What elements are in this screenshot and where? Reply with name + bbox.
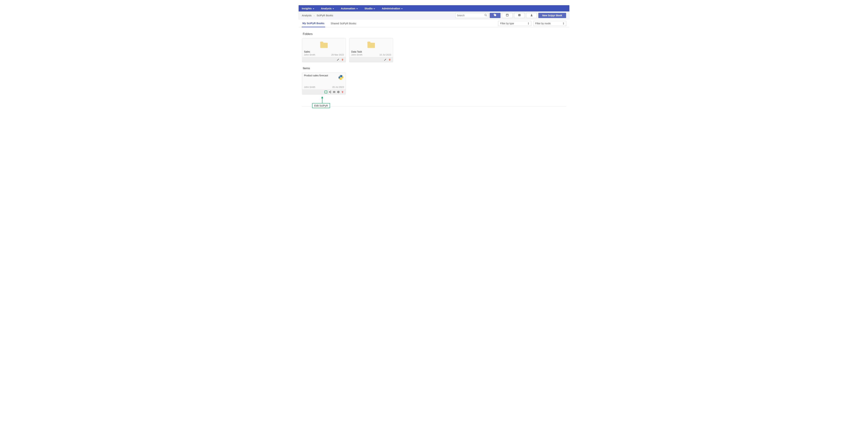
filter-by-mode[interactable]: Filter by mode ▲▼: [533, 21, 566, 26]
nav-studio[interactable]: Studio: [365, 7, 378, 10]
filter-label: Filter by mode: [535, 22, 551, 25]
item-date: 26 Jul 2023: [332, 86, 344, 88]
tabs-row: My SciPyR Books Shared SciPyR Books Filt…: [299, 20, 569, 27]
svg-line-1: [486, 15, 487, 16]
panel-icon: [506, 14, 509, 17]
plus-icon: [518, 14, 521, 17]
folder-icon: [319, 46, 329, 49]
search-icon: [484, 14, 487, 17]
folder-date: 10 Jul 2023: [379, 54, 391, 56]
svg-point-2: [494, 14, 495, 15]
add-button[interactable]: [514, 13, 525, 18]
nav-label: Automation: [341, 7, 355, 10]
item-card[interactable]: Product sales forecast John Smith 2: [302, 72, 346, 94]
panel-button[interactable]: [502, 13, 513, 18]
pencil-icon[interactable]: [337, 58, 339, 61]
folder-icon: [367, 46, 376, 49]
trash-icon[interactable]: [389, 58, 391, 61]
caret-down-icon: [401, 7, 403, 10]
annotation-arrow: [321, 97, 323, 103]
folder-card[interactable]: Data Task John Smith 10 Jul 2023: [349, 38, 393, 62]
sort-icon: ▲▼: [528, 22, 529, 25]
tab-my-books[interactable]: My SciPyR Books: [302, 20, 325, 27]
download-button[interactable]: [526, 13, 537, 18]
trash-icon[interactable]: [341, 58, 344, 61]
trash-icon[interactable]: [341, 91, 344, 93]
svg-rect-3: [506, 14, 508, 16]
breadcrumb: Analysis › SciPyR Books: [302, 14, 333, 17]
search-input[interactable]: [456, 14, 484, 17]
folder-name: Sales: [304, 50, 344, 53]
caret-down-icon: [373, 7, 375, 10]
svg-point-0: [485, 14, 486, 15]
new-scipyr-book-button[interactable]: New Scipyr Book: [538, 13, 566, 18]
folder-date: 29 Mar 2022: [331, 54, 344, 56]
breadcrumb-current: SciPyR Books: [317, 14, 333, 17]
svg-point-7: [341, 79, 342, 79]
archive-download-icon[interactable]: [333, 91, 336, 93]
tag-icon: [494, 13, 497, 17]
folder-owner: John Smith: [351, 54, 363, 56]
caret-down-icon: [333, 7, 334, 10]
nav-label: Insights: [302, 7, 312, 10]
share-icon[interactable]: [329, 91, 332, 93]
caret-down-icon: [356, 7, 358, 10]
annotation-label: Edit SciPyR: [312, 103, 330, 108]
nav-analysis[interactable]: Analysis: [321, 7, 338, 10]
info-icon[interactable]: [337, 91, 340, 93]
folder-name: Data Task: [351, 50, 391, 53]
section-title-items: Items: [303, 67, 565, 70]
tab-shared-books[interactable]: Shared SciPyR Books: [330, 20, 357, 27]
breadcrumb-link-analysis[interactable]: Analysis: [302, 14, 312, 17]
nav-label: Studio: [365, 7, 373, 10]
pencil-icon[interactable]: [324, 91, 327, 93]
section-title-folders: Folders: [303, 32, 565, 36]
python-icon: [338, 74, 344, 81]
nav-label: Administration: [382, 7, 400, 10]
divider: [302, 106, 566, 107]
sub-toolbar: Analysis › SciPyR Books: [299, 11, 569, 20]
filter-by-type[interactable]: Filter by type ▲▼: [498, 21, 531, 26]
nav-insights[interactable]: Insights: [302, 7, 317, 10]
nav-label: Analysis: [321, 7, 332, 10]
folder-owner: John Smith: [304, 54, 315, 56]
chevron-right-icon: ›: [314, 14, 315, 17]
item-owner: John Smith: [304, 86, 315, 88]
caret-down-icon: [313, 7, 314, 10]
nav-administration[interactable]: Administration: [382, 7, 406, 10]
tag-button[interactable]: [490, 13, 500, 18]
main-navbar: Insights Analysis Automation Studio Admi…: [299, 5, 569, 11]
search-input-wrap[interactable]: [455, 13, 488, 18]
download-icon: [530, 14, 533, 17]
folder-card[interactable]: Sales John Smith 29 Mar 2022: [302, 38, 346, 62]
svg-point-6: [340, 75, 340, 76]
nav-automation[interactable]: Automation: [341, 7, 361, 10]
sort-icon: ▲▼: [563, 22, 564, 25]
filter-label: Filter by type: [500, 22, 514, 25]
pencil-icon[interactable]: [384, 58, 386, 61]
